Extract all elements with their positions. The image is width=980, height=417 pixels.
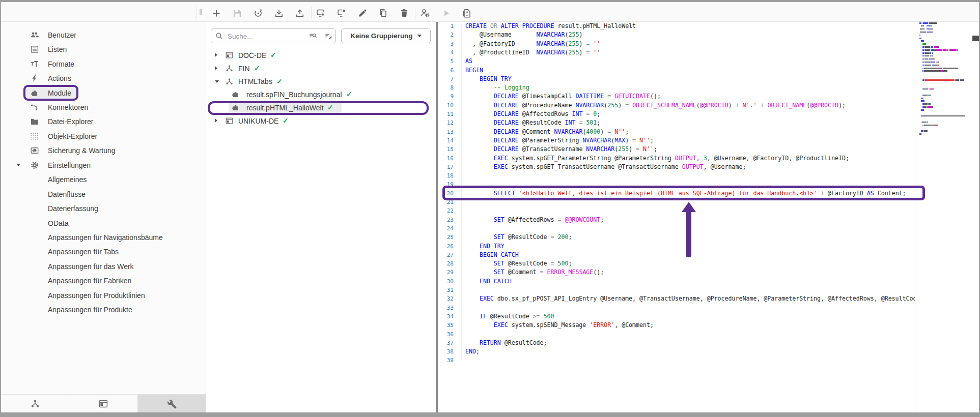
search-input[interactable]	[227, 30, 300, 43]
tab-hierarchy[interactable]	[1, 395, 69, 413]
copy-button[interactable]	[376, 7, 390, 20]
save-button[interactable]	[230, 7, 244, 20]
line-number: 2	[438, 31, 456, 39]
list-search-icon[interactable]	[309, 32, 318, 41]
tree-item-doc-de[interactable]: DOC-DE✓	[207, 49, 436, 62]
sidebar-item-allgemeines[interactable]: Allgemeines	[1, 172, 206, 187]
user-settings-button[interactable]	[418, 7, 432, 20]
line-number: 33	[438, 304, 456, 312]
edit-button[interactable]	[355, 7, 370, 20]
sidebar-subitem-label: Datenflüsse	[48, 190, 86, 198]
history-icon	[253, 8, 263, 18]
sidebar-item-einstellungen[interactable]: Einstellungen	[1, 158, 206, 172]
minimap-line	[930, 103, 931, 105]
tree-item-htmltabs[interactable]: HTMLTabs✓	[207, 75, 436, 88]
upload-button[interactable]	[293, 7, 307, 20]
delete-button[interactable]	[397, 7, 411, 20]
chevron-down-icon[interactable]	[215, 80, 219, 83]
sidebar-item-module[interactable]: Module	[1, 85, 206, 100]
panel-splitter[interactable]	[436, 22, 438, 412]
sidebar-item-anpassungen-für-navigationsbäume[interactable]: Anpassungen für Navigationsbäume	[1, 230, 206, 245]
minimap-line	[920, 28, 924, 30]
tab-layout[interactable]	[69, 395, 137, 413]
sidebar-item-anpassungen-für-produktlinien[interactable]: Anpassungen für Produktlinien	[1, 288, 206, 303]
minimap-line	[925, 22, 928, 24]
line-number: 13	[438, 128, 456, 136]
chevron-right-icon[interactable]	[215, 53, 217, 57]
minimap-line	[961, 79, 964, 81]
minimap-line	[923, 22, 925, 24]
run-button[interactable]	[439, 7, 453, 20]
chevron-right-icon[interactable]	[215, 118, 217, 123]
history-button[interactable]	[251, 7, 265, 20]
tree-item-label: FIN	[238, 65, 250, 73]
line-number: 35	[438, 321, 456, 330]
tree-item-fin[interactable]: FIN✓	[207, 62, 436, 75]
sitemap-icon	[225, 77, 234, 86]
code-line-9: DECLARE @TimestampCall DATETIME = GETUTC…	[465, 92, 661, 101]
sidebar-subitem-label: Anpassungen für das Werk	[48, 262, 134, 271]
minimap-line	[931, 46, 934, 48]
sidebar-item-anpassungen-für-das-werk[interactable]: Anpassungen für das Werk	[1, 259, 206, 274]
tree-item-label: HTMLTabs	[238, 77, 272, 85]
sidebar-item-actions[interactable]: Actions	[1, 71, 206, 85]
sidebar-item-odata[interactable]: OData	[1, 216, 206, 230]
code-line-12: DECLARE @ResultCode INT = 501;	[465, 118, 600, 127]
sidebar-subitem-label: Anpassungen für Tabs	[48, 248, 119, 256]
sidebar-subitem-label: Anpassungen für Produkte	[48, 306, 132, 314]
tree-item-label: UNIKUM-DE	[238, 117, 278, 125]
uninstall-button[interactable]	[334, 7, 349, 20]
line-number: 6	[438, 66, 456, 75]
sidebar-item-datenflüsse[interactable]: Datenflüsse	[1, 187, 206, 201]
sidebar-item-anpassungen-für-tabs[interactable]: Anpassungen für Tabs	[1, 245, 206, 259]
minimap-line	[934, 125, 938, 126]
chevron-down-icon[interactable]	[16, 164, 20, 166]
check-icon: ✓	[270, 51, 276, 59]
line-number: 3	[438, 40, 456, 48]
copy-icon	[378, 8, 388, 18]
grouping-dropdown[interactable]: Keine Gruppierung	[341, 28, 431, 43]
sidebar-item-sicherung-wartung[interactable]: Sicherung & Wartung	[1, 143, 206, 158]
tree-item-result-spfin-buchungsjournal[interactable]: result.spFIN_Buchungsjournal✓	[207, 88, 436, 101]
sidebar-item-label: Listen	[48, 45, 67, 53]
minimap-line	[923, 88, 928, 90]
add-button[interactable]	[209, 7, 223, 20]
sidebar-item-konnektoren[interactable]: Konnektoren	[1, 100, 206, 114]
puzzle-icon	[231, 90, 240, 99]
chevron-right-icon[interactable]	[215, 66, 217, 70]
monitor-x-icon	[337, 8, 347, 18]
editor-scrollbar-track[interactable]	[915, 22, 915, 412]
sidebar-item-datei-explorer[interactable]: Datei-Explorer	[1, 114, 206, 129]
annotation-arrow-shaft	[686, 211, 691, 257]
sidebar-item-datenerfassung[interactable]: Datenerfassung	[1, 201, 206, 216]
sidebar-item-objekt-explorer[interactable]: Objekt-Explorer	[1, 129, 206, 143]
download-button[interactable]	[272, 7, 286, 20]
users-icon	[30, 31, 39, 40]
minimap-line	[922, 125, 924, 126]
sidebar-item-anpassungen-für-fabriken[interactable]: Anpassungen für Fabriken	[1, 274, 206, 288]
minimap-line	[929, 22, 936, 24]
sidebar-item-listen[interactable]: Listen	[1, 42, 206, 56]
search-icon	[215, 32, 224, 41]
toolbar-drag-handle[interactable]: ‖	[199, 8, 203, 17]
toolbar-separator	[197, 7, 197, 19]
sidebar-item-benutzer[interactable]: Benutzer	[1, 28, 206, 42]
sidebar-item-formate[interactable]: Formate	[1, 56, 206, 71]
minimap-line	[925, 58, 928, 60]
filter-edit-icon[interactable]	[324, 32, 333, 41]
minimap-slider[interactable]	[972, 36, 979, 41]
tab-tools[interactable]	[138, 395, 206, 413]
sidebar-item-anpassungen-für-produkte[interactable]: Anpassungen für Produkte	[1, 303, 206, 317]
report-button[interactable]	[460, 7, 474, 20]
toolbar: ‖	[1, 2, 979, 22]
line-number: 14	[438, 136, 456, 145]
annotation-arrow-icon	[682, 202, 696, 212]
install-button[interactable]	[314, 7, 328, 20]
tree-item-unikum-de[interactable]: UNIKUM-DE✓	[207, 114, 436, 128]
code-line-13: DECLARE @Comment NVARCHAR(4000) = N'';	[465, 128, 629, 136]
minimap-line	[925, 55, 929, 57]
minimap-line	[922, 43, 926, 45]
line-number: 7	[438, 75, 456, 83]
minimap-line	[925, 62, 931, 63]
editor-minimap[interactable]	[919, 22, 972, 150]
